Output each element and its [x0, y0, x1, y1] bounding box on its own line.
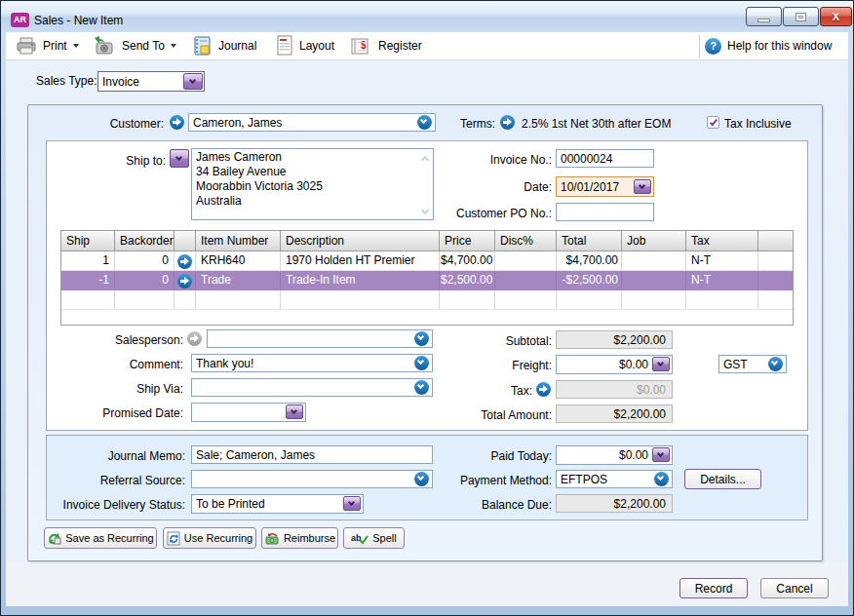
payment-method-combo[interactable]: EFTPOS: [556, 470, 673, 488]
reimburse-button[interactable]: Reimburse: [261, 527, 338, 549]
details-button[interactable]: Details...: [684, 469, 761, 489]
use-recurring-label: Use Recurring: [184, 532, 252, 544]
col-price[interactable]: Price: [440, 231, 495, 250]
promised-date-dropdown-icon[interactable]: [286, 404, 303, 419]
layout-label: Layout: [299, 39, 334, 53]
send-to-button[interactable]: Send To: [93, 32, 176, 59]
app-logo-icon: AR: [11, 13, 29, 27]
ship-via-combo[interactable]: [191, 378, 433, 397]
col-tax[interactable]: Tax: [686, 231, 758, 250]
spell-button[interactable]: ab Spell: [343, 527, 405, 549]
promised-date-field[interactable]: [191, 403, 306, 422]
register-icon: $: [349, 35, 372, 57]
col-disc[interactable]: Disc%: [495, 231, 557, 250]
delivery-status-dropdown-icon[interactable]: [343, 496, 361, 511]
print-icon: [16, 35, 37, 57]
freight-tax-code-combo[interactable]: GST: [718, 355, 787, 373]
print-label: Print: [43, 39, 67, 53]
layout-button[interactable]: Layout: [276, 32, 334, 59]
item-row-empty[interactable]: [61, 290, 793, 310]
terms-detail-arrow-icon[interactable]: [500, 115, 515, 130]
tax-detail-arrow-icon[interactable]: [536, 382, 551, 397]
register-label: Register: [378, 39, 422, 53]
details-button-label: Details...: [700, 473, 746, 486]
freight-field[interactable]: $0.00: [556, 355, 673, 374]
invoice-no-value: 00000024: [561, 152, 612, 166]
reimburse-label: Reimburse: [284, 532, 335, 544]
save-as-recurring-button[interactable]: Save as Recurring: [44, 527, 157, 549]
print-caret-icon: [73, 44, 79, 48]
paid-today-dropdown-icon[interactable]: [652, 447, 670, 462]
help-button[interactable]: ? Help for this window: [705, 32, 832, 59]
sales-type-select[interactable]: Invoice: [97, 71, 205, 92]
ship-to-dropdown-button[interactable]: [170, 149, 189, 168]
tax-inclusive-checkbox[interactable]: [707, 116, 719, 129]
svg-text:$: $: [361, 40, 367, 51]
customer-po-field[interactable]: [556, 203, 654, 221]
col-item-number[interactable]: Item Number: [196, 231, 281, 250]
journal-button[interactable]: Journal: [191, 32, 256, 59]
maximize-icon: [796, 13, 806, 21]
col-backorder[interactable]: Backorder: [115, 231, 175, 250]
freight-dropdown-icon[interactable]: [652, 357, 670, 371]
layout-icon: [276, 35, 293, 57]
total-amount-field: $2,200.00: [556, 404, 673, 423]
customer-combo[interactable]: Cameron, James: [188, 113, 436, 132]
freight-tax-code-dropdown-icon[interactable]: [768, 357, 783, 371]
item-row-2-selected[interactable]: -1 0 Trade Trade-In Item $2,500.00 -$2,5…: [61, 271, 793, 290]
ship-via-dropdown-icon[interactable]: [414, 380, 429, 395]
comment-dropdown-icon[interactable]: [414, 356, 429, 370]
ship-to-label: Ship to:: [58, 154, 166, 168]
tax-inclusive-label: Tax Inclusive: [724, 117, 812, 131]
close-button[interactable]: X: [820, 7, 852, 26]
subtotal-field: $2,200.00: [556, 330, 673, 349]
col-description[interactable]: Description: [281, 231, 440, 250]
referral-source-dropdown-icon[interactable]: [414, 472, 429, 486]
comment-combo[interactable]: Thank you!: [191, 354, 433, 372]
col-spacer: [758, 231, 793, 250]
items-table-header: Ship Backorder Item Number Description P…: [61, 231, 793, 251]
ship-to-address-field[interactable]: James Cameron 34 Bailey Avenue Moorabbin…: [191, 148, 434, 220]
salesperson-dropdown-icon[interactable]: [414, 331, 429, 346]
invoice-no-field[interactable]: 00000024: [556, 149, 654, 168]
item-row-1[interactable]: 1 0 KRH640 1970 Holden HT Premier $4,700…: [61, 251, 793, 271]
salesperson-combo[interactable]: [207, 329, 433, 348]
save-as-recurring-label: Save as Recurring: [65, 532, 154, 544]
payment-method-dropdown-icon[interactable]: [654, 472, 669, 486]
minimize-button[interactable]: [746, 7, 782, 26]
customer-detail-arrow-icon[interactable]: [170, 115, 184, 130]
items-table: Ship Backorder Item Number Description P…: [60, 230, 794, 326]
col-job[interactable]: Job: [622, 231, 686, 250]
maximize-button[interactable]: [783, 7, 819, 26]
row-detail-arrow-icon[interactable]: [177, 274, 192, 289]
print-button[interactable]: Print: [16, 32, 79, 59]
customer-po-label: Customer PO No.:: [409, 207, 552, 220]
journal-memo-field[interactable]: Sale; Cameron, James: [191, 445, 433, 464]
register-button[interactable]: $ Register: [349, 32, 422, 59]
payment-method-label: Payment Method:: [429, 474, 552, 487]
salesperson-label: Salesperson:: [58, 333, 183, 347]
use-recurring-button[interactable]: Use Recurring: [163, 527, 256, 549]
help-icon: ?: [705, 38, 721, 55]
cancel-button[interactable]: Cancel: [760, 578, 829, 598]
use-recurring-icon: [167, 531, 180, 546]
delivery-status-label: Invoice Delivery Status:: [49, 498, 185, 512]
record-button[interactable]: Record: [679, 578, 748, 598]
paid-today-field[interactable]: $0.00: [556, 445, 673, 465]
date-field[interactable]: 10/01/2017: [556, 176, 654, 197]
subtotal-label: Subtotal:: [429, 334, 552, 348]
sales-type-label: Sales Type:: [36, 74, 91, 88]
referral-source-combo[interactable]: [191, 470, 433, 488]
col-total[interactable]: Total: [557, 231, 622, 250]
col-icon[interactable]: [175, 231, 196, 250]
salesperson-detail-arrow-icon: [187, 331, 202, 346]
delivery-status-field[interactable]: To be Printed: [191, 494, 364, 514]
terms-label: Terms:: [429, 117, 495, 131]
sales-type-dropdown-icon[interactable]: [183, 73, 203, 90]
col-ship[interactable]: Ship: [61, 231, 115, 250]
row-detail-arrow-icon[interactable]: [177, 254, 192, 269]
subtotal-value: $2,200.00: [614, 333, 666, 347]
record-label: Record: [695, 582, 733, 596]
date-dropdown-icon[interactable]: [634, 179, 651, 194]
freight-value: $0.00: [619, 358, 648, 371]
